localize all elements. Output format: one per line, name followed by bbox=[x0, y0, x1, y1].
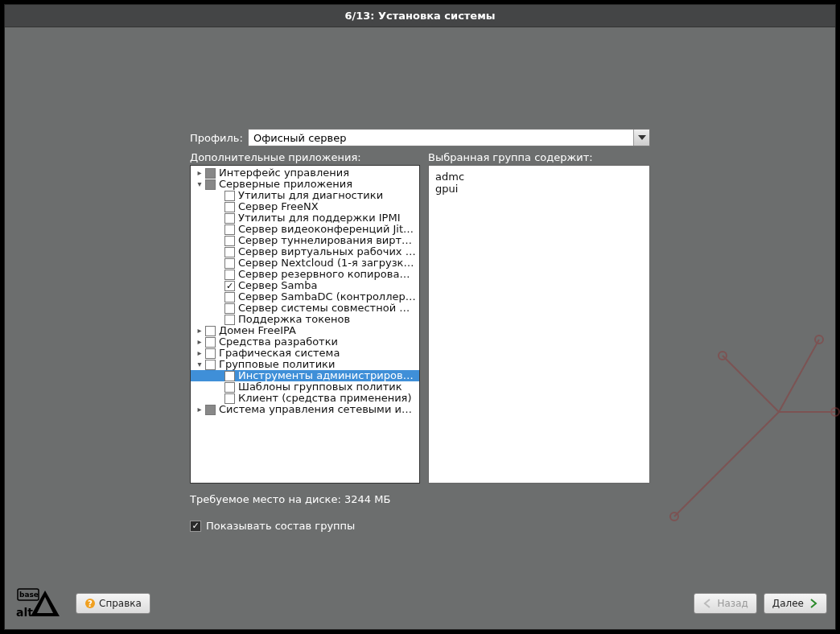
tree-item-checkbox[interactable] bbox=[205, 360, 216, 370]
tree-item-label: Шаблоны групповых политик bbox=[238, 381, 402, 393]
help-button-label: Справка bbox=[99, 598, 142, 609]
tree-item-checkbox[interactable] bbox=[224, 382, 235, 393]
tree-item[interactable]: ▾Групповые политики bbox=[191, 359, 419, 370]
tree-item-checkbox[interactable] bbox=[205, 337, 216, 348]
help-button[interactable]: ? Справка bbox=[76, 593, 150, 614]
tree-item[interactable]: Сервер Nextcloud (1-я загрузка сис… bbox=[191, 257, 419, 269]
next-button[interactable]: Далее bbox=[764, 593, 827, 614]
tree-item-checkbox[interactable] bbox=[224, 247, 235, 257]
tree-item[interactable]: Сервер виртуальных рабочих стол… bbox=[191, 246, 419, 257]
tree-item[interactable]: Сервер видеоконференций Jitsi Meet bbox=[191, 224, 419, 235]
tree-item-label: Сервер резервного копирования о… bbox=[238, 269, 416, 280]
expand-icon[interactable]: ▸ bbox=[194, 404, 205, 415]
installer-window: 6/13: Установка системы Профиль: Офисный… bbox=[4, 4, 836, 630]
tree-item-label: Сервер Nextcloud (1-я загрузка сис… bbox=[238, 257, 416, 269]
arrow-left-icon bbox=[702, 598, 714, 609]
show-group-label: Показывать состав группы bbox=[206, 520, 355, 532]
tree-item[interactable]: ▸Система управления сетевыми интер… bbox=[191, 404, 419, 415]
package-tree-panel[interactable]: ▸Интерфейс управления▾Серверные приложен… bbox=[190, 165, 420, 484]
combobox-dropdown-button[interactable] bbox=[633, 130, 649, 146]
svg-point-0 bbox=[670, 513, 678, 521]
tree-item-label: Клиент (средства применения) bbox=[238, 393, 411, 404]
tree-item[interactable]: Утилиты для поддержки IPMI bbox=[191, 212, 419, 224]
tree-item[interactable]: Сервер резервного копирования о… bbox=[191, 269, 419, 280]
tree-item[interactable]: Инструменты администрирования bbox=[191, 370, 419, 381]
profile-combobox[interactable]: Офисный сервер bbox=[248, 129, 650, 146]
tree-item-checkbox[interactable] bbox=[224, 213, 235, 224]
tree-item-checkbox[interactable] bbox=[205, 168, 216, 179]
collapse-icon[interactable]: ▾ bbox=[194, 179, 205, 190]
tree-item[interactable]: Шаблоны групповых политик bbox=[191, 381, 419, 393]
tree-item[interactable]: Клиент (средства применения) bbox=[191, 393, 419, 404]
content-area: Профиль: Офисный сервер Дополнительные п… bbox=[5, 27, 835, 629]
svg-text:base: base bbox=[19, 591, 39, 599]
group-package: gpui bbox=[435, 183, 643, 195]
back-button[interactable]: Назад bbox=[694, 593, 756, 614]
tree-item-checkbox[interactable] bbox=[224, 292, 235, 303]
tree-item-checkbox[interactable] bbox=[205, 179, 216, 190]
tree-item[interactable]: Утилиты для диагностики bbox=[191, 190, 419, 201]
tree-item-label: Сервер туннелирования виртуаль… bbox=[238, 235, 416, 246]
tree-item-checkbox[interactable] bbox=[224, 270, 235, 280]
tree-item-checkbox[interactable] bbox=[224, 236, 235, 246]
svg-point-2 bbox=[719, 352, 727, 360]
package-tree: ▸Интерфейс управления▾Серверные приложен… bbox=[191, 166, 419, 417]
additional-apps-label: Дополнительные приложения: bbox=[190, 151, 420, 163]
disk-required-label: Требуемое место на диске: 3244 МБ bbox=[190, 493, 650, 505]
tree-item[interactable]: Поддержка токенов bbox=[191, 314, 419, 325]
svg-text:alt: alt bbox=[16, 606, 33, 619]
tree-item-label: Утилиты для поддержки IPMI bbox=[238, 212, 400, 224]
tree-item-checkbox[interactable] bbox=[205, 348, 216, 359]
tree-item[interactable]: ▸Домен FreeIPA bbox=[191, 325, 419, 336]
window-title: 6/13: Установка системы bbox=[344, 10, 495, 22]
show-group-row: ✓ Показывать состав группы bbox=[190, 520, 650, 532]
expand-icon[interactable]: ▸ bbox=[194, 348, 205, 359]
tree-item[interactable]: ▸Интерфейс управления bbox=[191, 167, 419, 179]
back-button-label: Назад bbox=[717, 598, 747, 609]
tree-item-checkbox[interactable] bbox=[224, 281, 235, 291]
expand-icon[interactable]: ▸ bbox=[194, 167, 205, 179]
tree-item-label: Сервер системы совместной рабо… bbox=[238, 303, 416, 314]
tree-item-label: Сервер виртуальных рабочих стол… bbox=[238, 246, 416, 257]
tree-item-checkbox[interactable] bbox=[224, 393, 235, 404]
tree-item-checkbox[interactable] bbox=[224, 303, 235, 314]
show-group-checkbox[interactable]: ✓ bbox=[190, 521, 201, 532]
tree-item-checkbox[interactable] bbox=[224, 315, 235, 325]
chevron-down-icon bbox=[638, 135, 646, 140]
tree-item-label: Интерфейс управления bbox=[219, 167, 349, 179]
tree-item-checkbox[interactable] bbox=[224, 224, 235, 235]
tree-item[interactable]: Сервер FreeNX bbox=[191, 201, 419, 212]
group-contents-panel: admcgpui bbox=[428, 165, 650, 484]
svg-point-3 bbox=[815, 336, 823, 344]
collapse-icon[interactable]: ▾ bbox=[194, 359, 205, 370]
tree-item-label: Серверные приложения bbox=[219, 179, 352, 190]
next-button-label: Далее bbox=[772, 598, 804, 609]
tree-item[interactable]: ▸Графическая система bbox=[191, 348, 419, 359]
tree-item-label: Сервер Samba bbox=[238, 280, 317, 291]
tree-item[interactable]: Сервер туннелирования виртуаль… bbox=[191, 235, 419, 246]
tree-item-checkbox[interactable] bbox=[224, 191, 235, 201]
profile-value: Офисный сервер bbox=[253, 132, 347, 144]
help-icon: ? bbox=[84, 598, 96, 609]
expand-icon[interactable]: ▸ bbox=[194, 325, 205, 336]
tree-item[interactable]: ▸Средства разработки bbox=[191, 336, 419, 348]
tree-item[interactable]: Сервер системы совместной рабо… bbox=[191, 303, 419, 314]
tree-item-checkbox[interactable] bbox=[224, 258, 235, 269]
titlebar: 6/13: Установка системы bbox=[5, 5, 835, 27]
tree-item-checkbox[interactable] bbox=[205, 326, 216, 336]
tree-item[interactable]: Сервер Samba bbox=[191, 280, 419, 291]
tree-item-label: Средства разработки bbox=[219, 336, 338, 348]
tree-item-checkbox[interactable] bbox=[224, 202, 235, 212]
tree-item-label: Групповые политики bbox=[219, 359, 335, 370]
expand-icon[interactable]: ▸ bbox=[194, 336, 205, 348]
tree-item-checkbox[interactable] bbox=[224, 371, 235, 381]
tree-item-label: Сервер видеоконференций Jitsi Meet bbox=[238, 224, 416, 235]
tree-item-checkbox[interactable] bbox=[205, 405, 216, 415]
tree-item-label: Сервер SambaDC (контроллер AD) bbox=[238, 291, 416, 303]
selected-group-label: Выбранная группа содержит: bbox=[428, 151, 650, 163]
tree-item-label: Утилиты для диагностики bbox=[238, 190, 383, 201]
tree-item[interactable]: Сервер SambaDC (контроллер AD) bbox=[191, 291, 419, 303]
basealt-logo: base alt bbox=[13, 586, 69, 621]
tree-item[interactable]: ▾Серверные приложения bbox=[191, 179, 419, 190]
footer: base alt ? Справка Назад Далее bbox=[13, 586, 827, 621]
